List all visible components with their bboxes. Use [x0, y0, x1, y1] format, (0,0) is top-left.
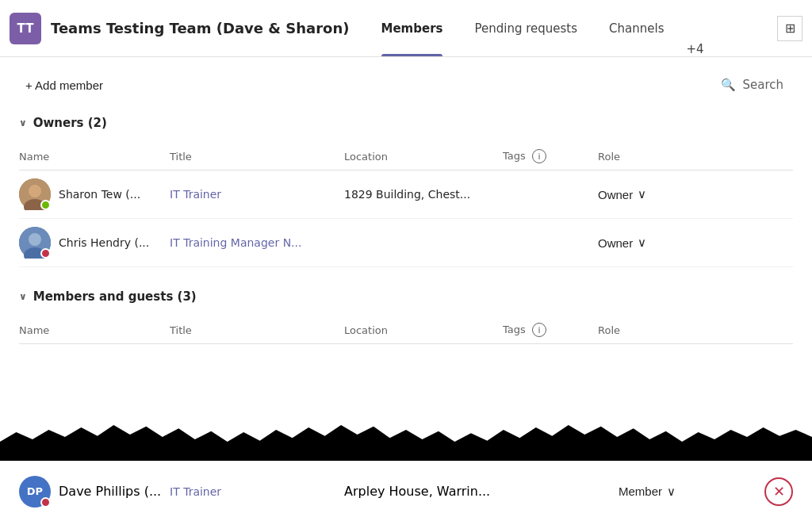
- col-tags: Tags i: [503, 143, 598, 170]
- mem-col-tags: Tags i: [503, 316, 598, 344]
- nav-tabs: Members Pending requests Channels +4: [366, 0, 710, 56]
- dave-name-col: DP Dave Phillips (...: [19, 476, 170, 508]
- wave-overlay: [0, 413, 812, 461]
- chris-title: IT Training Manager N...: [170, 236, 301, 249]
- search-area[interactable]: 🔍 Search: [711, 73, 793, 97]
- settings-button[interactable]: ⊞: [777, 16, 802, 41]
- dave-role-col: Member ∨: [619, 485, 745, 499]
- dave-location-col: Arpley House, Warrin...: [344, 484, 539, 499]
- owners-section-header[interactable]: ∨ Owners (2): [19, 109, 793, 136]
- svg-point-4: [29, 233, 41, 246]
- chris-role-chevron-icon: ∨: [638, 236, 646, 250]
- dave-role-chevron-icon: ∨: [667, 485, 676, 499]
- members-section-label: Members and guests (3): [33, 289, 197, 304]
- dave-location: Arpley House, Warrin...: [344, 484, 490, 499]
- team-name: Teams Testing Team (Dave & Sharon): [51, 20, 350, 36]
- add-member-button[interactable]: + Add member: [19, 74, 109, 97]
- header: TT Teams Testing Team (Dave & Sharon) Me…: [0, 0, 812, 57]
- tab-pending-requests[interactable]: Pending requests: [458, 0, 593, 56]
- col-title: Title: [170, 143, 344, 170]
- mem-col-name: Name: [19, 316, 170, 344]
- table-row: Sharon Tew (... IT Trainer 1829 Building…: [19, 170, 793, 219]
- dave-role: Member: [619, 485, 662, 498]
- status-busy-dot: [40, 248, 51, 259]
- remove-dave-button[interactable]: ✕: [764, 477, 793, 506]
- dave-name: Dave Phillips (...: [59, 484, 161, 499]
- chris-avatar-wrap: [19, 227, 51, 259]
- owners-section-label: Owners (2): [33, 116, 107, 130]
- chris-name-cell: Chris Hendry (...: [19, 227, 160, 259]
- dave-title-col: IT Trainer: [170, 484, 344, 499]
- col-name: Name: [19, 143, 170, 170]
- chris-name: Chris Hendry (...: [59, 236, 149, 249]
- owners-table: Name Title Location Tags i Role: [19, 143, 793, 267]
- col-role: Role: [598, 143, 793, 170]
- sharon-role: Owner: [598, 188, 633, 201]
- tab-channels[interactable]: Channels: [593, 0, 680, 56]
- close-icon: ✕: [773, 483, 785, 500]
- dave-row-inner: DP Dave Phillips (... IT Trainer Arpley …: [19, 476, 793, 508]
- chris-role: Owner: [598, 236, 633, 250]
- chris-role-dropdown[interactable]: Owner ∨: [598, 236, 646, 250]
- header-right: ⊞: [777, 16, 802, 41]
- members-chevron-icon: ∨: [19, 291, 27, 302]
- table-row: Chris Hendry (... IT Training Manager N.…: [19, 219, 793, 267]
- add-member-label: + Add member: [25, 79, 103, 92]
- sharon-avatar-wrap: [19, 178, 51, 210]
- main-content: + Add member 🔍 Search ∨ Owners (2) Name …: [0, 57, 812, 344]
- dave-avatar-wrap: DP: [19, 476, 51, 508]
- sharon-location: 1829 Building, Chest...: [344, 188, 470, 201]
- members-section-header[interactable]: ∨ Members and guests (3): [19, 283, 793, 310]
- owners-chevron-icon: ∨: [19, 117, 27, 128]
- sharon-role-chevron-icon: ∨: [638, 187, 646, 201]
- sharon-role-dropdown[interactable]: Owner ∨: [598, 187, 646, 201]
- mem-col-title: Title: [170, 316, 344, 344]
- dave-status-dot: [40, 497, 51, 508]
- tab-extra[interactable]: +4: [680, 42, 710, 56]
- team-avatar: TT: [10, 13, 41, 44]
- search-icon: 🔍: [721, 78, 736, 92]
- sharon-name: Sharon Tew (...: [59, 188, 140, 201]
- sharon-name-cell: Sharon Tew (...: [19, 178, 160, 210]
- sharon-title: IT Trainer: [170, 188, 221, 201]
- mem-tags-info-icon[interactable]: i: [532, 323, 546, 337]
- mem-col-role: Role: [598, 316, 793, 344]
- dave-row: DP Dave Phillips (... IT Trainer Arpley …: [0, 461, 812, 521]
- mem-col-location: Location: [344, 316, 503, 344]
- members-table: Name Title Location Tags i Role: [19, 316, 793, 344]
- tab-members[interactable]: Members: [366, 0, 459, 56]
- dave-title: IT Trainer: [170, 485, 221, 498]
- search-label: Search: [742, 78, 783, 92]
- tags-info-icon[interactable]: i: [532, 149, 546, 163]
- toolbar: + Add member 🔍 Search: [19, 57, 793, 109]
- svg-point-1: [29, 185, 41, 197]
- dave-role-dropdown[interactable]: Member ∨: [619, 485, 676, 499]
- col-location: Location: [344, 143, 503, 170]
- dave-action-col: ✕: [745, 477, 793, 506]
- status-available-dot: [40, 200, 51, 210]
